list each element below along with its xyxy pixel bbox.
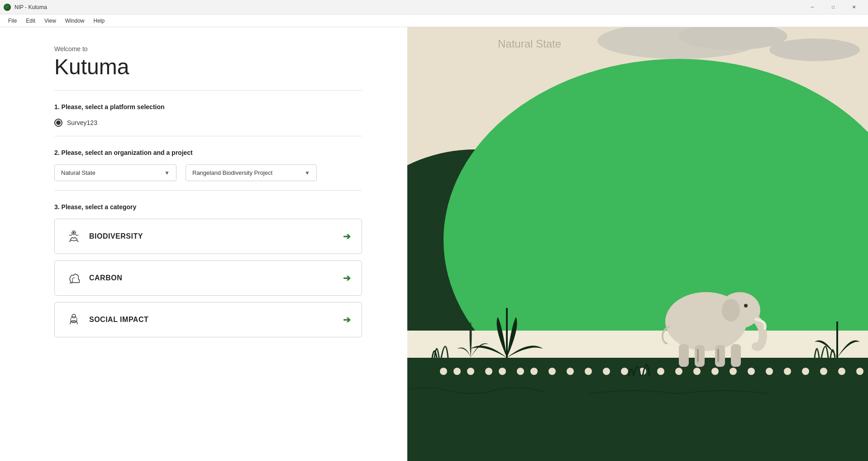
svg-point-34 — [802, 368, 809, 375]
section-category-label: 3. Please, select a category — [54, 203, 362, 211]
welcome-label: Welcome to — [54, 45, 362, 53]
svg-point-28 — [693, 368, 701, 375]
svg-point-24 — [621, 368, 628, 375]
svg-point-35 — [820, 368, 827, 375]
window-title: NIP - Kutuma — [14, 4, 802, 10]
svg-point-31 — [748, 368, 755, 375]
category-card-biodiversity[interactable]: BIODIVERSITY ➔ — [54, 219, 362, 254]
svg-point-17 — [499, 368, 506, 375]
svg-point-16 — [485, 368, 492, 375]
carbon-arrow: ➔ — [343, 273, 351, 283]
menu-edit[interactable]: Edit — [21, 16, 40, 26]
menubar: File Edit View Window Help — [0, 14, 868, 27]
svg-point-18 — [517, 368, 524, 375]
left-panel: Welcome to Kutuma 1. Please, select a pl… — [0, 27, 407, 461]
radio-survey123-label: Survey123 — [67, 119, 97, 126]
section-org-label: 2. Please, select an organization and a … — [54, 149, 362, 156]
divider-3 — [54, 190, 362, 191]
right-panel: Natural State — [407, 27, 868, 461]
category-left-social: SOCIAL IMPACT — [66, 312, 148, 328]
divider-2 — [54, 136, 362, 136]
svg-rect-42 — [679, 344, 689, 367]
svg-point-21 — [567, 368, 574, 375]
svg-point-20 — [548, 368, 556, 375]
svg-point-23 — [603, 368, 610, 375]
biodiversity-label: BIODIVERSITY — [89, 232, 143, 240]
platform-radio-group: Survey123 — [54, 119, 362, 127]
svg-point-22 — [585, 368, 592, 375]
project-dropdown-chevron: ▼ — [305, 170, 310, 176]
svg-point-29 — [711, 368, 719, 375]
svg-point-40 — [744, 304, 748, 307]
category-left-carbon: CARBON — [66, 270, 122, 286]
menu-file[interactable]: File — [4, 16, 21, 26]
svg-point-13 — [440, 368, 447, 375]
app-title: Kutuma — [54, 54, 362, 79]
section-platform-label: 1. Please, select a platform selection — [54, 103, 362, 110]
social-impact-icon — [66, 312, 82, 328]
svg-point-1 — [73, 232, 75, 234]
app-icon — [4, 4, 11, 11]
svg-rect-47 — [717, 349, 719, 362]
project-dropdown-value: Rangeland Biodiversity Project — [192, 169, 272, 176]
main-container: Welcome to Kutuma 1. Please, select a pl… — [0, 27, 868, 461]
svg-point-27 — [675, 368, 682, 375]
svg-rect-45 — [731, 344, 741, 367]
close-button[interactable]: ✕ — [844, 0, 864, 14]
project-dropdown[interactable]: Rangeland Biodiversity Project ▼ — [186, 164, 317, 181]
svg-point-2 — [72, 314, 76, 318]
svg-point-14 — [453, 368, 461, 375]
org-dropdown-value: Natural State — [61, 169, 95, 176]
category-card-social-impact[interactable]: SOCIAL IMPACT ➔ — [54, 302, 362, 337]
svg-point-32 — [766, 368, 773, 375]
nature-illustration: Natural State — [407, 27, 868, 461]
minimize-button[interactable]: ─ — [802, 0, 823, 14]
org-dropdown[interactable]: Natural State ▼ — [54, 164, 176, 181]
dropdown-row: Natural State ▼ Rangeland Biodiversity P… — [54, 164, 362, 181]
menu-view[interactable]: View — [40, 16, 61, 26]
svg-point-30 — [730, 368, 737, 375]
titlebar: NIP - Kutuma ─ □ ✕ — [0, 0, 868, 14]
svg-rect-44 — [715, 345, 725, 367]
biodiversity-arrow: ➔ — [343, 231, 351, 242]
social-impact-label: SOCIAL IMPACT — [89, 316, 148, 324]
maximize-button[interactable]: □ — [823, 0, 844, 14]
category-card-carbon[interactable]: CARBON ➔ — [54, 260, 362, 296]
svg-point-37 — [856, 368, 863, 375]
menu-help[interactable]: Help — [89, 16, 110, 26]
biodiversity-icon — [66, 228, 82, 245]
menu-window[interactable]: Window — [61, 16, 89, 26]
svg-point-36 — [838, 368, 845, 375]
radio-survey123[interactable] — [54, 119, 62, 127]
svg-point-41 — [722, 299, 740, 322]
carbon-label: CARBON — [89, 274, 122, 282]
social-impact-arrow: ➔ — [343, 314, 351, 325]
divider-1 — [54, 90, 362, 91]
svg-rect-43 — [695, 345, 705, 367]
category-left-biodiversity: BIODIVERSITY — [66, 228, 143, 245]
svg-point-33 — [784, 368, 791, 375]
org-dropdown-chevron: ▼ — [164, 170, 170, 176]
svg-point-7 — [769, 38, 860, 61]
svg-rect-46 — [697, 349, 699, 362]
window-controls: ─ □ ✕ — [802, 0, 864, 14]
svg-text:Natural State: Natural State — [498, 38, 561, 50]
svg-point-15 — [467, 368, 474, 375]
carbon-icon — [66, 270, 82, 286]
svg-point-19 — [530, 368, 538, 375]
svg-rect-12 — [407, 358, 868, 461]
svg-point-26 — [657, 368, 664, 375]
